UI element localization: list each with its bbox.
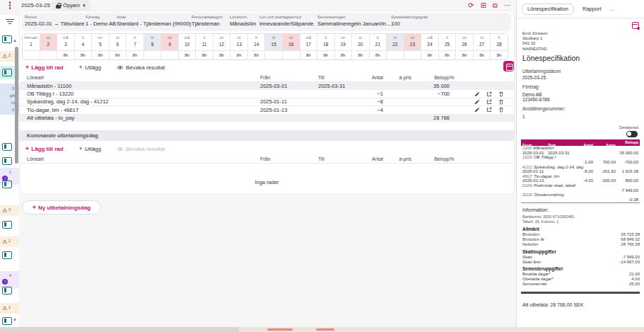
calendar-day-4[interactable]: ti48h [74,34,92,59]
employee-item[interactable] [0,287,19,294]
info-value: 25,00 [629,282,640,287]
edit-icon[interactable] [474,91,480,97]
payslip-belopp: -7 949,00 [616,188,638,193]
payslip-antal [575,198,593,202]
day-hours: 8h [92,50,109,59]
info-group-title: Semesteruppgifter [522,266,640,272]
add-row-button[interactable]: +Lägg till rad [25,64,64,71]
filter-icon[interactable] [6,19,14,25]
calendar-day-28[interactable]: fr288h [490,34,508,59]
info-value: 36 715,38 [621,232,640,237]
table-row[interactable]: Tio-dagar, tim - 466172025-01-13−4 [20,105,514,113]
calendar-day-1[interactable]: februari1 [23,34,40,59]
payslip-row: 13220OB Tillägg I-1,00700,00-700,00 [521,155,640,164]
copy-icon[interactable]: ⧉ [493,1,498,10]
status-chip[interactable]: Öppen ▼ [51,0,91,11]
table-icon[interactable]: ⊞ [480,1,486,10]
expense-button-2[interactable]: +Utlägg [79,146,101,152]
employee-item-note[interactable]: ! 4 [0,271,19,288]
detailed-toggle[interactable] [626,131,638,137]
calendar-day-22[interactable]: lö22 [386,34,404,59]
field-label: Period [25,15,83,19]
more-icon[interactable]: ⋯ [504,1,511,10]
calendar-day-23[interactable]: sö23 [404,34,421,59]
calendar-day-19[interactable]: on198h [334,34,352,59]
expense-button[interactable]: +Utlägg [79,64,101,71]
tab-more[interactable]: ... [610,6,614,12]
payslip-row: 61200Preliminär skatt, tabell-7 949,00 [521,183,640,193]
day-name: on [335,34,352,41]
scrollbar-thumb[interactable] [15,47,18,164]
calendar-day-15[interactable]: lö15 [264,34,282,59]
calendar-day-8[interactable]: lö8 [144,34,161,59]
calendar-day-25[interactable]: ti258h [438,34,456,59]
employee-item-warning[interactable]: ⚠ 3 [0,205,19,216]
field-value: Sammalöneregeln Januari/In... [317,21,388,27]
table-row[interactable]: OB Tillägg I - 13220−1−700 [20,89,514,97]
calendar-day-11[interactable]: ti118h [195,34,213,59]
tab-rapport[interactable]: Rapport [582,6,602,12]
payslip-row-name: Preliminär skatt, tabell [534,183,575,188]
row-belopp: −700 [411,90,450,98]
add-row-button-2[interactable]: +Lägg till rad [25,146,64,152]
open-icon[interactable] [486,91,492,97]
scroll-up-arrow-icon[interactable]: ▲ [11,38,18,42]
edit-icon[interactable] [474,107,480,113]
employee-item[interactable] [0,221,19,229]
open-icon[interactable] [486,99,492,105]
employee-item-warning[interactable]: ⚠ 1 [0,303,19,314]
calendar-day-18[interactable]: ti188h [317,34,334,59]
calendar-day-6[interactable]: to68h [109,34,127,59]
calendar-day-27[interactable]: to278h [473,34,491,59]
tab-lonespecifikation[interactable]: Lönespecifikation [522,4,574,15]
employee-item[interactable] [0,251,19,259]
film-icon [2,181,12,188]
calendar-day-7[interactable]: fr78h [126,34,144,59]
table-row[interactable]: Månadslön - 111002025-03-012025-03-3135 … [20,81,514,89]
day-number: 15 [265,41,282,47]
tax-table: Tabell: 33, Kolumn: 1 [522,219,574,224]
new-payday-button[interactable]: + Ny utbetalningsdag [22,200,101,214]
calendar-day-2[interactable]: sö2 [40,34,57,59]
day-number: 21 [370,41,387,47]
row-actions [464,99,504,105]
calendar-day-17[interactable]: må178h [300,34,317,59]
watch-result-button[interactable]: Bevaka resultat [117,64,165,71]
table-row[interactable]: Sjukavdrag, dag 2-14, dag - 412122025-01… [20,98,514,105]
calendar-day-14[interactable]: fr148h [247,34,265,59]
edit-icon[interactable] [474,99,480,105]
calendar-day-21[interactable]: fr218h [369,34,387,59]
calendar-day-10[interactable]: må108h [178,34,196,59]
info-label: Betalda dagar* [522,272,551,277]
table-row[interactable]: Att utbetala - to_pay28 766 [20,114,514,122]
calendar-day-3[interactable]: må38h [57,34,74,59]
calendar-day-9[interactable]: sö9 [160,34,178,59]
employee-item-warning[interactable]: ⚠ 1 [0,236,19,247]
company-orgno: 123450-6788 [522,97,549,102]
calendar-day-5[interactable]: on58h [91,34,109,59]
payslip-row-code: 46617 [522,174,532,178]
calendar-export-icon[interactable] [632,22,639,29]
scroll-down-arrow-icon[interactable]: ▼ [11,318,18,322]
employee-item[interactable] [0,181,19,188]
kebab-menu-icon[interactable] [8,1,11,11]
note-count: 4 [8,273,11,277]
paytable-header-2: LöneartFrånTill Antalà-pris Belopp% [20,155,514,163]
calendar-day-12[interactable]: on128h [213,34,230,59]
delete-icon[interactable] [498,107,504,113]
status-label: Öppen [63,2,80,8]
calendar-day-16[interactable]: sö16 [282,34,300,59]
delete-icon[interactable] [498,99,504,105]
calendar-day-24[interactable]: må248h [421,34,438,59]
open-icon[interactable] [486,107,492,113]
calendar-day-20[interactable]: to208h [351,34,369,59]
calendar-day-13[interactable]: to138h [230,34,247,59]
refresh-icon[interactable]: ⟳ [468,1,474,10]
delete-icon[interactable] [498,91,504,97]
note-count: 1 [8,170,11,174]
detailed-view-icon[interactable] [503,61,514,71]
calendar-day-26[interactable]: on268h [455,34,473,59]
day-hours: 8h [474,50,491,59]
day-number: 3 [57,41,74,47]
day-hours: 8h [196,50,213,59]
